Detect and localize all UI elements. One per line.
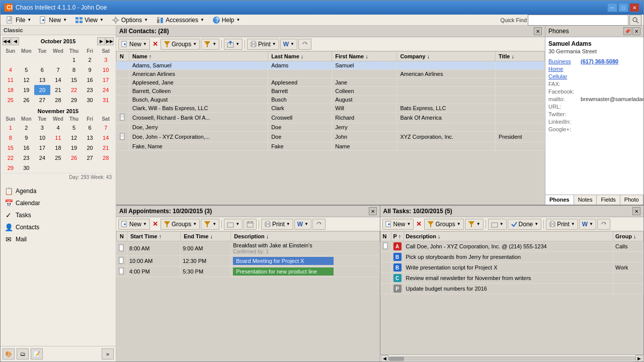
next-month-btn[interactable]: ▶ [97,37,105,45]
tasks-col-p[interactable]: P ↑ [391,232,404,241]
cal-day[interactable]: 22 [3,153,19,163]
cal-day[interactable]: 16 [19,143,35,153]
cal-day[interactable]: 12 [19,75,35,85]
appt-row[interactable]: 10:00 AM 12:30 PM Board Meeting for Proj… [117,256,380,266]
cal-day[interactable]: 19 [19,85,35,95]
footer-btn-2[interactable]: 🗂 [17,348,29,359]
col-header-n[interactable]: N [117,52,129,61]
tasks-done-btn[interactable]: Done ▼ [508,219,542,230]
cal-day[interactable]: 24 [34,153,50,163]
footer-btn-1[interactable]: 🎨 [3,348,15,359]
cal-day[interactable]: 16 [82,75,98,85]
file-menu[interactable]: File ▼ [3,15,35,26]
cal-day[interactable] [50,163,66,173]
cal-day[interactable]: 1 [3,123,19,133]
contact-row[interactable]: Doe, John - XYZ Corporation,... Doe John… [117,132,545,142]
sidebar-item-mail[interactable]: ✉ Mail [1,233,116,245]
cal-day[interactable] [34,55,50,65]
scroll-right-btn[interactable]: ▶ [635,355,642,362]
cal-day[interactable]: 26 [66,153,82,163]
appt-col-start[interactable]: Start Time ↑ [127,232,181,241]
cal-day[interactable]: 4 [3,65,19,75]
cal-day[interactable]: 27 [82,153,98,163]
cal-day[interactable]: 11 [50,133,66,143]
maximize-button[interactable]: □ [618,3,628,12]
appt-filter-btn[interactable]: Groups ▼ [160,219,200,230]
appt-delete-btn[interactable]: ✕ [151,219,159,230]
sidebar-item-tasks[interactable]: ✓ Tasks [1,209,116,221]
cal-day[interactable] [3,55,19,65]
new-menu[interactable]: New ▼ [36,15,70,26]
cal-day[interactable]: 21 [50,85,66,95]
contacts-print-btn[interactable]: Print ▼ [247,39,279,50]
tasks-col-group[interactable]: Group ↓ [613,232,643,241]
cal-day[interactable]: 28 [50,95,66,105]
minimize-button[interactable]: ─ [607,3,617,12]
appt-col-desc[interactable]: Description ↓ [231,232,379,241]
cal-day[interactable]: 2 [82,55,98,65]
contacts-filter-btn[interactable]: Groups ▼ [160,39,200,50]
cal-day[interactable]: 20 [82,143,98,153]
cal-day[interactable]: 30 [19,163,35,173]
cal-day[interactable]: 18 [3,85,19,95]
contact-row[interactable]: Clark, Will - Bats Express, LLC Clark Wi… [117,104,545,113]
cal-day[interactable]: 29 [3,163,19,173]
cal-day[interactable]: 8 [66,65,82,75]
phones-close-btn[interactable]: ✕ [632,27,640,35]
cal-day[interactable]: 26 [19,95,35,105]
task-row[interactable]: B Pick up storyboards from Jerry for pre… [380,252,643,262]
cal-day[interactable]: 14 [50,75,66,85]
cal-day[interactable]: 10 [98,65,114,75]
contacts-word-btn[interactable]: W ▼ [280,39,297,50]
contact-row[interactable]: Croswell, Richard - Bank Of A... Croswel… [117,113,545,123]
cal-day[interactable]: 12 [66,133,82,143]
sidebar-item-agenda[interactable]: 📋 Agenda [1,185,116,197]
cal-day[interactable]: 8 [3,133,19,143]
tasks-print-btn[interactable]: Print ▼ [546,219,578,230]
phones-pin-btn[interactable]: 📌 [623,27,631,35]
cal-day[interactable]: 14 [98,133,114,143]
cal-day[interactable]: 17 [98,75,114,85]
phone-value[interactable]: brewmaster@samueladams.c... [581,96,643,102]
appt-groups2-btn[interactable]: ▼ [201,219,219,230]
cal-day[interactable]: 2 [19,123,35,133]
contact-row[interactable]: American Airlines American Airlines [117,70,545,78]
task-row[interactable]: A Call Doe, John - XYZ Corporation, Inc.… [380,241,643,252]
contacts-new-btn[interactable]: New ▼ [118,39,150,50]
cal-day[interactable]: 6 [82,123,98,133]
appt-row[interactable]: 4:00 PM 5:30 PM Presentation for new pro… [117,266,380,277]
prev-prev-month-btn[interactable]: ◀◀ [3,37,11,45]
phone-label[interactable]: Home [548,66,579,72]
phone-label[interactable]: Business [548,58,579,64]
contact-row[interactable]: Adams, Samuel Adams Samuel [117,61,545,70]
cal-day[interactable]: 3 [34,123,50,133]
tasks-col-desc[interactable]: Description ↓ [404,232,613,241]
cal-day[interactable] [82,163,98,173]
contacts-refresh-btn[interactable] [298,39,311,50]
scroll-left-btn[interactable]: ◀ [381,355,388,362]
help-menu[interactable]: ? Help ▼ [209,15,244,26]
expand-btn[interactable]: » [102,348,114,359]
col-header-name[interactable]: Name ↑ [129,52,268,61]
contact-row[interactable]: Doe, Jerry Doe Jerry [117,123,545,132]
phone-label[interactable]: Cellular [548,73,579,79]
search-button[interactable] [629,15,641,26]
cal-day[interactable]: 17 [34,143,50,153]
next-next-month-btn[interactable]: ▶▶ [106,37,114,45]
cal-day[interactable]: 15 [66,75,82,85]
cal-day[interactable]: 5 [19,65,35,75]
tasks-panel-close[interactable]: ✕ [632,207,640,215]
cal-day[interactable]: 29 [66,95,82,105]
contacts-groups2-btn[interactable]: ▼ [201,39,219,50]
appt-cal-btn[interactable] [244,219,257,230]
task-row[interactable]: P Update budget numbers for 2016 [380,284,643,294]
contacts-delete-btn[interactable]: ✕ [151,39,159,50]
tab-notes[interactable]: Notes [574,195,597,205]
sidebar-item-calendar[interactable]: 📅 Calendar [1,197,116,209]
tasks-new-btn[interactable]: New ▼ [382,219,414,230]
prev-month-btn[interactable]: ◀ [11,37,19,45]
cal-day[interactable]: 23 [19,153,35,163]
appt-word-btn[interactable]: W ▼ [294,219,311,230]
cal-day[interactable]: 25 [3,95,19,105]
tasks-col-n[interactable]: N [380,232,391,241]
